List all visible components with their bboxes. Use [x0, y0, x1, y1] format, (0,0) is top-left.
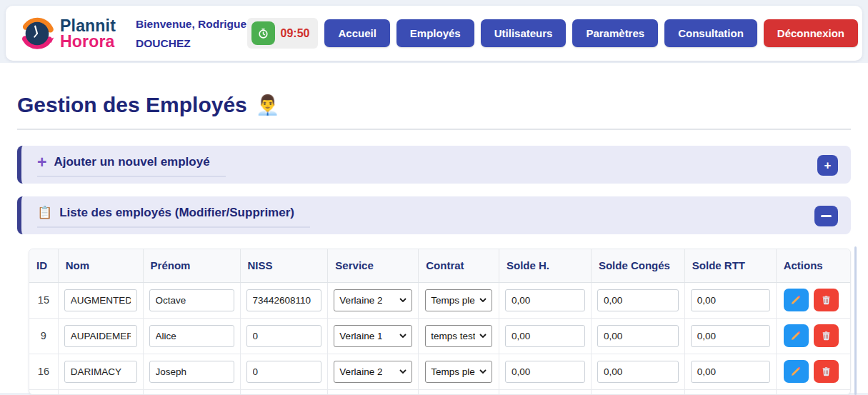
chevron-down-icon — [399, 334, 406, 338]
contrat-select[interactable]: Temps plein — [425, 361, 492, 383]
column-header: Service — [328, 249, 419, 282]
row-actions — [782, 360, 844, 383]
nom-input[interactable] — [64, 325, 137, 347]
column-header: Actions — [776, 249, 850, 282]
column-header: Solde H. — [499, 249, 592, 282]
chevron-down-icon — [479, 369, 487, 374]
column-header: Contrat — [419, 249, 499, 282]
niss-input[interactable] — [246, 289, 322, 311]
table-scrollbar[interactable] — [854, 246, 857, 395]
table-row — [29, 389, 850, 395]
add-employee-panel-header[interactable]: + Ajouter un nouvel employé — [37, 155, 226, 177]
solde-rtt-input[interactable] — [691, 361, 770, 383]
table-body: 15 Verlaine 2 Temps plein — [29, 282, 850, 395]
niss-input[interactable] — [246, 361, 322, 383]
nom-input[interactable] — [64, 289, 137, 311]
pencil-icon — [790, 294, 802, 306]
delete-button[interactable] — [814, 360, 839, 383]
page-title-text: Gestion des Employés — [17, 93, 247, 117]
prenom-input[interactable] — [149, 289, 234, 311]
service-select[interactable]: Verlaine 1 — [334, 325, 412, 347]
service-select[interactable]: Verlaine 2 — [334, 361, 412, 383]
niss-input[interactable] — [246, 325, 322, 347]
clipboard-icon: 📋 — [37, 206, 52, 219]
nav-accueil-button[interactable]: Accueil — [324, 19, 389, 47]
table-header-row: IDNomPrénomNISSServiceContratSolde H.Sol… — [29, 249, 850, 282]
timer-chip: 09:50 — [247, 18, 319, 49]
app-logo[interactable]: Plannit Horora — [17, 14, 116, 54]
solde-rtt-input[interactable] — [691, 289, 770, 311]
column-header: Solde Congés — [591, 249, 684, 282]
trash-icon — [821, 294, 832, 306]
contrat-select[interactable]: temps test — [425, 325, 492, 347]
nav-utilisateurs-button[interactable]: Utilisateurs — [481, 19, 567, 47]
delete-button[interactable] — [814, 289, 839, 311]
row-actions — [782, 289, 844, 311]
table-row: 16 Verlaine 2 Temps plein — [29, 354, 850, 389]
solde-conges-input[interactable] — [597, 325, 679, 347]
welcome-line1: Bienvenue, Rodrigue — [136, 14, 246, 34]
stopwatch-icon — [257, 27, 269, 39]
employee-id: 9 — [41, 330, 46, 341]
solde-h-input[interactable] — [505, 361, 585, 383]
pencil-icon — [790, 366, 802, 377]
edit-button[interactable] — [784, 324, 809, 347]
employee-list-panel-title: Liste des employés (Modifier/Supprimer) — [59, 206, 294, 220]
prenom-input[interactable] — [149, 361, 234, 383]
trash-icon — [821, 330, 832, 341]
add-employee-panel: + Ajouter un nouvel employé + — [17, 146, 851, 184]
expand-panel-button[interactable]: + — [817, 155, 838, 176]
service-select[interactable]: Verlaine 2 — [334, 289, 412, 311]
solde-h-input[interactable] — [505, 289, 585, 311]
pencil-icon — [790, 330, 802, 341]
chevron-down-icon — [399, 298, 406, 302]
clock-in-button[interactable] — [251, 21, 275, 45]
chevron-down-icon — [399, 369, 406, 374]
column-header: Nom — [58, 249, 143, 282]
collapse-panel-button[interactable] — [814, 206, 838, 226]
page-title: Gestion des Employés 👨‍💼 — [17, 93, 851, 117]
contrat-select[interactable]: Temps plein — [425, 289, 492, 311]
main-content: Gestion des Employés 👨‍💼 + Ajouter un no… — [0, 63, 868, 393]
logo-text-line1: Plannit — [60, 18, 116, 34]
clock-logo-icon — [17, 14, 57, 54]
employee-id: 16 — [38, 366, 49, 377]
plus-icon: + — [37, 156, 46, 169]
column-header: ID — [29, 249, 58, 282]
timer-value: 09:50 — [281, 27, 314, 40]
employee-id: 15 — [38, 294, 49, 306]
row-actions — [782, 324, 844, 347]
solde-h-input[interactable] — [505, 325, 585, 347]
nav-deconnexion-button[interactable]: Déconnexion — [764, 19, 858, 47]
employee-list-panel: 📋 Liste des employés (Modifier/Supprimer… — [17, 196, 851, 234]
welcome-line2: DOUCHEZ — [136, 34, 246, 53]
table-row: 15 Verlaine 2 Temps plein — [29, 282, 850, 318]
edit-button[interactable] — [784, 289, 809, 311]
logo-text-line2: Horora — [60, 34, 116, 49]
column-header: Prénom — [143, 249, 240, 282]
solde-conges-input[interactable] — [597, 289, 679, 311]
minus-icon — [821, 215, 832, 217]
nav-parametres-button[interactable]: Paramètres — [572, 19, 658, 47]
title-divider — [17, 129, 851, 130]
edit-button[interactable] — [784, 360, 809, 383]
nom-input[interactable] — [64, 361, 137, 383]
app-header: Plannit Horora Bienvenue, Rodrigue DOUCH… — [6, 6, 862, 61]
trash-icon — [821, 366, 832, 377]
office-worker-emoji: 👨‍💼 — [256, 94, 280, 116]
chevron-down-icon — [479, 334, 487, 338]
employee-table: IDNomPrénomNISSServiceContratSolde H.Sol… — [29, 249, 850, 395]
solde-rtt-input[interactable] — [691, 325, 770, 347]
solde-conges-input[interactable] — [597, 361, 679, 383]
add-employee-panel-title: Ajouter un nouvel employé — [54, 155, 209, 169]
table-row: 9 Verlaine 1 temps test — [29, 318, 850, 354]
nav-employes-button[interactable]: Employés — [396, 19, 474, 47]
delete-button[interactable] — [814, 324, 839, 347]
chevron-down-icon — [479, 298, 487, 302]
nav-consultation-button[interactable]: Consultation — [664, 19, 757, 47]
column-header: NISS — [240, 249, 328, 282]
column-header: Solde RTT — [684, 249, 776, 282]
prenom-input[interactable] — [149, 325, 234, 347]
employee-table-card: IDNomPrénomNISSServiceContratSolde H.Sol… — [29, 249, 851, 395]
employee-list-panel-header[interactable]: 📋 Liste des employés (Modifier/Supprimer… — [37, 206, 310, 228]
